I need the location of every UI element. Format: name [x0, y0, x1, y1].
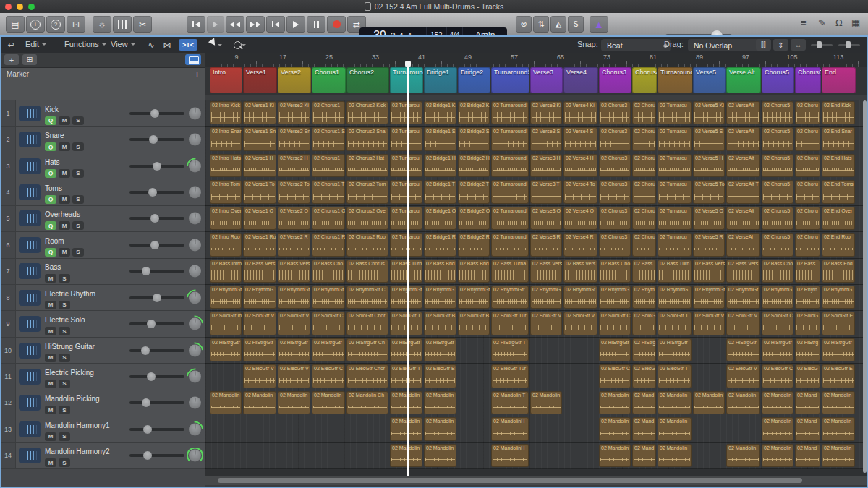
audio-region[interactable]: 02 Verse1 O — [243, 207, 276, 230]
audio-region[interactable]: 02 Turnarou — [658, 180, 692, 203]
audio-region[interactable]: 02 Mandolin — [210, 391, 242, 414]
audio-region[interactable]: 02 Bass Vers — [278, 260, 310, 283]
audio-region[interactable]: 02 Verse1 Ki — [243, 101, 276, 124]
audio-region[interactable]: 02 Choru — [795, 180, 820, 203]
track-volume-thumb[interactable] — [148, 188, 157, 197]
marker-turnaround[interactable]: Turnaround — [390, 67, 423, 93]
audio-region[interactable]: 02 Turnarou — [658, 101, 692, 124]
audio-region[interactable]: 02 Bass Vers — [243, 260, 276, 283]
audio-region[interactable]: 02 ElecGtr C — [762, 364, 793, 388]
mute-button[interactable]: M — [59, 169, 70, 178]
audio-region[interactable]: 02 Mand — [632, 444, 656, 467]
audio-region[interactable]: 02 Bass Turn — [390, 260, 422, 283]
audio-region[interactable]: 02 Chorus5 — [762, 233, 793, 256]
audio-region[interactable]: 02 Bass Turn — [658, 260, 692, 283]
audio-region[interactable]: 02 Turnarou — [390, 233, 422, 256]
audio-region[interactable]: 02 Bass — [795, 260, 820, 283]
audio-region[interactable]: 02 Turnarou — [390, 180, 422, 203]
record-button[interactable] — [327, 16, 346, 33]
audio-region[interactable]: 02 ElecGtr T — [658, 364, 692, 388]
functions-menu[interactable]: Functions — [64, 40, 106, 48]
audio-region[interactable]: 02 End Toms — [822, 180, 855, 203]
audio-region[interactable]: 02 SoloGtr V — [278, 312, 310, 335]
audio-region[interactable]: 02 SoloG — [632, 312, 656, 335]
audio-region[interactable]: 02 Mandolin — [658, 444, 692, 467]
marker-chorus2[interactable]: Chorus2 — [346, 67, 389, 93]
solo-button[interactable]: S — [72, 142, 84, 151]
audio-region[interactable]: 02 Bridge1 O — [424, 207, 456, 230]
audio-region[interactable]: 02 Chorus1 S — [312, 127, 345, 150]
audio-region[interactable]: 02 End Roo — [822, 233, 855, 256]
quantize-button[interactable]: Q — [45, 116, 56, 125]
audio-region[interactable]: 02 Bridge1 T — [424, 180, 456, 203]
audio-region[interactable]: 02 RhythmG — [762, 286, 793, 309]
track-volume-thumb[interactable] — [142, 398, 150, 407]
audio-region[interactable]: 02 Turnarou — [658, 127, 692, 150]
audio-region[interactable]: 02 Verse3 R — [530, 233, 562, 256]
audio-region[interactable]: 02 RhythmGt — [312, 286, 345, 309]
audio-region[interactable]: 02 Chorus3 — [599, 154, 631, 177]
play-from-selection-button[interactable] — [207, 16, 224, 33]
audio-region[interactable]: 02 ElecGtr Chor — [346, 364, 388, 388]
audio-region[interactable]: 02 ElecGtr V — [243, 364, 276, 388]
track-header-toms[interactable]: 4TomsQMS — [1, 179, 205, 205]
audio-region[interactable]: 02 HiStrgGtr — [243, 338, 276, 361]
audio-region[interactable]: 02 Mandolin — [762, 444, 793, 467]
audio-region[interactable]: 02 Choru — [632, 127, 656, 150]
audio-region[interactable]: 02 Bass Intro — [210, 260, 242, 283]
audio-region[interactable]: 02 SoloGtr T — [658, 312, 692, 335]
tuner-button[interactable]: ▲ — [590, 16, 608, 33]
audio-region[interactable]: 02 Verse1 Sn — [243, 127, 276, 150]
audio-region[interactable]: 02 SoloG — [795, 312, 820, 335]
marker-bridge2[interactable]: Bridge2 — [458, 67, 490, 93]
zoom-tool-button[interactable] — [232, 39, 247, 51]
quick-help-button[interactable]: ? — [46, 16, 65, 33]
audio-region[interactable]: 02 Verse2 Ki — [278, 101, 310, 124]
marker-intro[interactable]: Intro — [210, 67, 242, 93]
audio-region[interactable]: 02 Intro Snar — [210, 127, 242, 150]
audio-region[interactable]: 02 Bass Cho — [599, 260, 631, 283]
audio-region[interactable]: 02 Turnaround — [491, 180, 529, 203]
track-volume-slider[interactable] — [129, 217, 184, 220]
solo-button[interactable]: S — [59, 406, 70, 414]
track-volume-slider[interactable] — [129, 296, 184, 299]
pan-knob[interactable] — [189, 160, 201, 172]
audio-region[interactable]: 02 Intro Hats — [210, 154, 242, 177]
audio-region[interactable]: 02 Mandolin — [658, 391, 692, 414]
audio-region[interactable]: 02 HiStrgGtr — [424, 338, 456, 361]
audio-region[interactable]: 02 Verse4 O — [563, 207, 597, 230]
audio-region[interactable]: 02 ElecGtr V — [726, 364, 760, 388]
audio-region[interactable]: 02 Verse2 R — [278, 233, 310, 256]
audio-region[interactable]: 02 ElecGtr B — [424, 364, 456, 388]
audio-region[interactable]: 02 Bass Vers — [530, 260, 562, 283]
audio-region[interactable]: 02 Turnaround — [491, 101, 529, 124]
audio-region[interactable]: 02 Bass Brid — [424, 260, 456, 283]
note-pads-button[interactable]: ✎ — [818, 17, 826, 28]
add-track-button[interactable]: + — [4, 54, 19, 65]
audio-region[interactable]: 02 Mandolin T — [491, 391, 529, 414]
audio-region[interactable]: 02 HiStrgGtr — [599, 338, 631, 361]
audio-region[interactable]: 02 SoloGtr B — [458, 312, 490, 335]
audio-region[interactable]: 02 Mand — [632, 391, 656, 414]
track-header-mandolin-picking[interactable]: 12Mandolin PickingMS — [1, 390, 205, 416]
audio-region[interactable]: 02 Mandolin — [762, 391, 793, 414]
duplicate-track-button[interactable]: ⊞ — [22, 54, 37, 65]
quantize-button[interactable]: Q — [45, 169, 56, 178]
audio-region[interactable]: 02 Chorus5 — [762, 180, 793, 203]
horizontal-auto-zoom-button[interactable]: ⇔ — [791, 39, 806, 51]
audio-region[interactable]: 02 Verse3 S — [530, 127, 562, 150]
quantize-button[interactable]: Q — [45, 248, 56, 257]
mute-button[interactable]: M — [45, 406, 56, 414]
audio-region[interactable]: 02 Verse3 Ki — [530, 101, 562, 124]
mute-button[interactable]: M — [45, 301, 56, 309]
audio-region[interactable]: 02 Mandolin — [424, 391, 456, 414]
audio-region[interactable]: 02 End Over — [822, 207, 855, 230]
solo-button[interactable]: S — [72, 195, 84, 204]
audio-region[interactable]: 02 SoloGtr V — [726, 312, 760, 335]
rewind-button[interactable] — [226, 16, 244, 33]
track-volume-thumb[interactable] — [147, 320, 156, 328]
audio-region[interactable]: 02 ElecGtr C — [599, 364, 631, 388]
audio-region[interactable]: 02 Mandolin — [599, 391, 631, 414]
solo-button[interactable]: S — [59, 380, 70, 388]
audio-region[interactable]: 02 Mandolin — [312, 391, 345, 414]
